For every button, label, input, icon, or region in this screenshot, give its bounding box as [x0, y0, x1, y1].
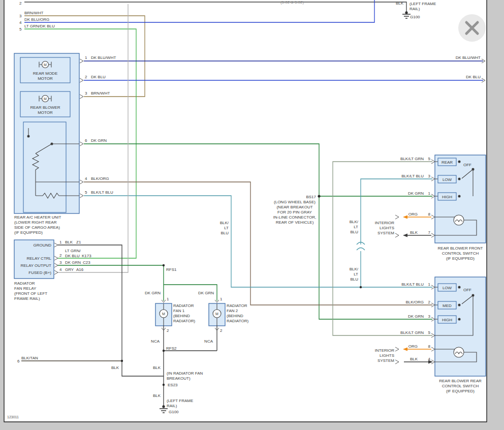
rear-switch-caption-3: (IF EQUIPPED) [446, 389, 475, 393]
inline-label-a1: BLK/ [220, 221, 229, 225]
right-exit-dk-blu-wht: DK BLU/WHT [456, 55, 481, 60]
heater-caption-3: SIDE OF CARGO AREA) [14, 225, 60, 230]
heater-pin5-num: 5 [85, 190, 87, 195]
wire4-label: DK BLU/ORG [24, 17, 49, 22]
breakout-note-1: (IN RADIATOR FAN [167, 371, 203, 376]
front-r1-num: 1 [428, 191, 431, 196]
relay-caption-2: FAN RELAY [14, 286, 37, 291]
heater-pin2-wire: DK BLU [91, 75, 106, 79]
front-switch-caption-3: (IF EQUIPPED) [446, 256, 475, 261]
fan1-caption-2: FAN 1 [173, 309, 185, 313]
front-switch-caption-1: REAR BLOWER FRONT [438, 246, 483, 251]
relay-terminal-output: RELAY OUTPUT [20, 263, 51, 268]
top-ground-location-1: (LEFT FRAME [410, 2, 436, 6]
fan2-m: M [215, 312, 218, 316]
front-r3-wire: BLK/LT BLU [401, 174, 424, 178]
relay-pin2-num: 2 [59, 253, 62, 258]
splice-rfs2 [163, 350, 165, 352]
relay-caption-3: (FRONT OF LEFT [14, 291, 47, 296]
close-button[interactable] [458, 14, 486, 42]
rear-r8-num: 8 [428, 344, 431, 349]
relay-pin2-circuit: K173 [82, 254, 91, 258]
heater-pin5-wire: BLK/LT BLU [91, 190, 113, 195]
fan1-m: M [162, 312, 165, 316]
front-r7-wire: BLK [410, 230, 418, 235]
front-r8-num: 8 [428, 212, 431, 217]
heater-pin2-num: 2 [85, 75, 87, 79]
front-r5-num: 5 [428, 157, 431, 161]
fan1-nca: NCA [151, 339, 160, 344]
breakout-note-2: BREAKOUT) [167, 376, 191, 381]
heater-caption-4: (IF EQUIPPED) [14, 230, 43, 235]
relay-pin4-circuit: A16 [76, 267, 84, 272]
front-interior-1: INTERIOR [375, 221, 394, 225]
relay-pin1-circuit: Z1 [76, 240, 81, 244]
fan2-pin-bottom: 2 [220, 328, 223, 333]
rear-r3-num: 3 [428, 314, 431, 319]
front-interior-3: SYSTEM [377, 231, 394, 235]
relay-terminal-fused: FUSED (B+) [28, 270, 51, 275]
rear-pos-low: LOW [443, 286, 452, 290]
heater-pin3-wire: BRN/WHT [91, 91, 110, 96]
rear-switch-caption-2: CONTROL SWITCH [442, 384, 479, 388]
wire3-number: 3 [19, 14, 22, 18]
fan2-pin-top: 1 [220, 297, 223, 301]
top-ground-wire-label: BLK [396, 1, 404, 6]
rear-r5-num: 5 [428, 330, 431, 335]
rear-r1-wire: BLK/LT BLU [401, 282, 424, 287]
blower-motor-label-1: REAR BLOWER [30, 105, 60, 110]
fan1-caption-4: RADIATOR) [173, 319, 196, 323]
rear-pos-med: MED [443, 303, 452, 308]
wire6-number: 6 [17, 359, 20, 363]
relay-terminal-ground: GROUND [33, 243, 51, 248]
heater-caption-1: REAR A/C HEATER UNIT [14, 215, 61, 220]
front-r7-num: 7 [428, 230, 431, 235]
rfs2-label: RFS2 [166, 346, 177, 351]
top-ground-location-2: RAIL) [410, 7, 420, 11]
inline-label-c1: BLK/ [350, 267, 359, 271]
fan2-caption-1: RADIATOR [227, 303, 247, 308]
inline-label-b1: BLK/ [350, 220, 359, 224]
rfs1-label: RFS1 [166, 267, 177, 272]
wire5-number: 5 [19, 27, 22, 32]
front-r5-wire: BLK/LT GRN [400, 157, 424, 161]
splice-rfs1 [163, 264, 165, 266]
mode-motor-label-1: REAR MODE [33, 71, 57, 76]
rear-r3-wire: DK GRN [408, 314, 424, 319]
mode-motor-m: M [44, 63, 47, 67]
blower-motor-m: M [44, 97, 47, 101]
heater-caption-2: (LOWER RIGHT REAR [14, 220, 57, 225]
relay-ground-blk-label: BLK [111, 365, 119, 370]
splice-teal-junction [360, 286, 362, 288]
relay-pin3-num: 3 [59, 260, 62, 265]
relay-pin3-wire: DK GRN [65, 260, 81, 265]
rear-r8-wire: ORG [408, 344, 418, 349]
relay-pin4-num: 4 [59, 267, 62, 272]
front-pos-off: OFF [463, 163, 471, 167]
wire4-number: 4 [19, 20, 22, 25]
bs17-note-4: IN-LINE CONNECTOR, [273, 215, 316, 220]
heater-pin4-num: 4 [85, 176, 87, 181]
fan2-caption-2: FAN 2 [227, 309, 238, 313]
fan1-wire-label: DK GRN [145, 291, 161, 295]
relay-pin2-wire-b: DK BLU [65, 254, 80, 258]
front-interior-2: LIGHTS [380, 226, 394, 230]
es23-label: ES23 [168, 383, 178, 387]
wiring-diagram-page: 2 3 BRN/WHT 4 DK BLU/ORG 5 LT GRN/DK BLU… [0, 0, 504, 430]
relay-pin1-wire: BLK [65, 240, 73, 244]
splice-blk-tan-junction [121, 360, 123, 362]
top-ground-id: G100 [410, 15, 420, 19]
mode-motor-label-2: MOTOR [38, 76, 53, 81]
inline-label-b2: LT [354, 225, 358, 229]
rear-interior-1: INTERIOR [375, 348, 394, 353]
fan2-caption-4: RADIATOR) [227, 319, 249, 323]
bs17-note-5: REAR OF VEHICLE) [276, 220, 314, 225]
wire6-label: BLK/TAN [21, 356, 38, 360]
front-r3-num: 3 [428, 174, 431, 178]
relay-pin1-num: 1 [59, 240, 62, 244]
rear-r4-wire: BLK [410, 357, 418, 361]
relay-pin2-wire-a: LT GRN/ [65, 249, 81, 253]
bs17-note-2: (NEAR BREAKOUT [276, 205, 312, 209]
bs17-note-3: FOR 20 PIN GRAY [277, 210, 312, 214]
rear-interior-3: SYSTEM [377, 358, 394, 363]
